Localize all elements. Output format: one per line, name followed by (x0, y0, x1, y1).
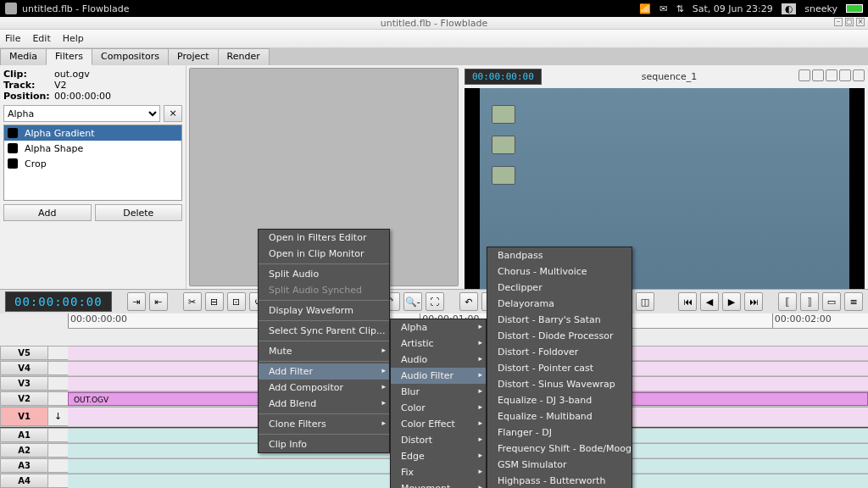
add-filter-submenu[interactable]: AlphaArtisticAudioAudio FilterBlurColorC… (390, 319, 487, 488)
marker-icon[interactable] (826, 69, 837, 81)
ctx-item[interactable]: Distort - Pointer cast (487, 360, 632, 376)
tool-insert-icon[interactable]: ⇥ (127, 292, 146, 311)
menu-edit[interactable]: Edit (32, 33, 50, 44)
ctx-item[interactable]: Clone Filters (259, 416, 389, 432)
zoom-out-icon[interactable]: 🔍- (403, 292, 422, 311)
track-arrow[interactable] (47, 458, 68, 473)
close-button[interactable]: × (856, 18, 865, 26)
ctx-item[interactable]: Bandpass (487, 247, 632, 263)
mark-in-icon[interactable]: ⟦ (778, 292, 797, 311)
ctx-item[interactable]: Alpha (391, 319, 486, 336)
menu-help[interactable]: Help (63, 33, 84, 44)
ctx-item[interactable]: Add Blend (259, 396, 389, 412)
updown-icon[interactable]: ⇅ (676, 3, 684, 14)
track-arrow[interactable] (47, 428, 68, 442)
ctx-item[interactable]: Open in Filters Editor (259, 230, 389, 246)
mode-trim-icon[interactable]: ◫ (636, 292, 654, 311)
checkbox-icon[interactable] (8, 158, 18, 169)
track-head[interactable]: A4 (0, 474, 47, 488)
filter-list-item[interactable]: Alpha Shape (4, 141, 181, 156)
ctx-item[interactable]: Display Waveform (259, 302, 389, 319)
filter-list-item[interactable]: Alpha Gradient (4, 125, 181, 141)
track-head[interactable]: V5 (0, 346, 47, 360)
ctx-item[interactable]: Distort (391, 432, 486, 448)
ctx-item[interactable]: Chorus - Multivoice (487, 263, 632, 280)
ctx-item[interactable]: Add Filter (259, 363, 389, 380)
track-head[interactable]: A1 (0, 428, 47, 442)
ctx-item[interactable]: Artistic (391, 336, 486, 352)
delete-filter-button[interactable]: Delete (95, 204, 183, 221)
ctx-item[interactable]: Fix (391, 464, 486, 480)
marker-icon[interactable] (839, 69, 851, 81)
ctx-item[interactable]: Color Effect (391, 416, 486, 432)
track-head[interactable]: A2 (0, 443, 47, 458)
display-icon[interactable]: ◐ (782, 3, 797, 14)
ctx-item[interactable]: GSM Simulator (487, 457, 632, 473)
ctx-item[interactable]: Mute (259, 343, 389, 359)
maximize-button[interactable]: ▢ (845, 18, 854, 26)
tab-media[interactable]: Media (0, 48, 47, 65)
ctx-item[interactable]: Add Compositor (259, 380, 389, 396)
track-arrow[interactable] (47, 474, 68, 488)
filter-clear-button[interactable]: × (164, 105, 182, 122)
ctx-item[interactable]: Edge (391, 448, 486, 464)
filter-category-select[interactable]: Alpha (3, 105, 160, 122)
ctx-item[interactable]: Blur (391, 384, 486, 400)
ctx-item[interactable]: Equalize - DJ 3-band (487, 392, 632, 408)
marker-icon[interactable] (812, 69, 824, 81)
view-menu-icon[interactable]: ≡ (844, 292, 863, 311)
mark-out-icon[interactable]: ⟧ (800, 292, 819, 311)
track-head[interactable]: V3 (0, 376, 47, 391)
ctx-item[interactable]: Movement (391, 480, 486, 488)
tab-compositors[interactable]: Compositors (92, 48, 169, 65)
track-head[interactable]: V4 (0, 361, 47, 375)
undo-icon[interactable]: ↶ (459, 292, 478, 311)
tool-lift-icon[interactable]: ⊡ (227, 292, 246, 311)
ctx-item[interactable]: Clip Info (259, 436, 389, 452)
track-head[interactable]: V1 (0, 407, 47, 426)
track-arrow[interactable] (47, 361, 68, 375)
filter-list-item[interactable]: Crop (4, 156, 181, 171)
play-prev-icon[interactable]: ⏮ (678, 292, 697, 311)
marker-icon[interactable] (798, 69, 810, 81)
ctx-item[interactable]: Open in Clip Monitor (259, 246, 389, 262)
tab-project[interactable]: Project (168, 48, 219, 65)
ctx-item[interactable]: Audio (391, 352, 486, 368)
checkbox-icon[interactable] (8, 143, 18, 153)
audio-filter-submenu[interactable]: BandpassChorus - MultivoiceDeclipperDela… (487, 247, 632, 488)
ctx-item[interactable]: Distort - Diode Processor (487, 328, 632, 344)
tool-overwrite-icon[interactable]: ⇤ (149, 292, 168, 311)
mail-icon[interactable]: ✉ (659, 3, 667, 14)
battery-icon[interactable] (846, 4, 863, 13)
ctx-item[interactable]: Split Audio (259, 266, 389, 282)
play-fwd-icon[interactable]: ▶ (722, 292, 741, 311)
ctx-item[interactable]: Frequency Shift - Bode/Moog (487, 441, 632, 457)
track-head[interactable]: A3 (0, 458, 47, 473)
checkbox-icon[interactable] (8, 128, 18, 138)
play-next-icon[interactable]: ⏭ (744, 292, 763, 311)
track-arrow[interactable] (47, 443, 68, 458)
ctx-item[interactable]: Delayorama (487, 296, 632, 312)
clip-context-menu[interactable]: Open in Filters EditorOpen in Clip Monit… (258, 229, 390, 453)
filter-list[interactable]: Alpha Gradient Alpha Shape Crop (3, 125, 182, 201)
track-arrow[interactable] (47, 376, 68, 391)
ctx-item[interactable]: Flanger - DJ (487, 424, 632, 441)
wifi-icon[interactable]: 📶 (639, 3, 651, 14)
ctx-item[interactable]: Distort - Sinus Wavewrap (487, 376, 632, 392)
play-back-icon[interactable]: ◀ (700, 292, 719, 311)
user-name[interactable]: sneeky (804, 3, 837, 14)
minimize-button[interactable]: – (834, 18, 843, 26)
ctx-item[interactable]: Declipper (487, 280, 632, 296)
zoom-fit-icon[interactable]: ⛶ (426, 292, 444, 311)
tab-render[interactable]: Render (218, 48, 270, 65)
ctx-item[interactable]: Color (391, 400, 486, 416)
tab-filters[interactable]: Filters (46, 48, 92, 65)
ctx-item[interactable]: Select Sync Parent Clip... (259, 323, 389, 339)
menu-file[interactable]: File (5, 33, 20, 44)
ctx-item[interactable]: Distort - Foldover (487, 344, 632, 360)
track-arrow[interactable] (47, 391, 68, 406)
ctx-item[interactable]: Distort - Barry's Satan (487, 312, 632, 328)
track-arrow[interactable]: ↓ (47, 407, 68, 426)
tool-cut-icon[interactable]: ✂ (183, 292, 202, 311)
track-arrow[interactable] (47, 346, 68, 360)
